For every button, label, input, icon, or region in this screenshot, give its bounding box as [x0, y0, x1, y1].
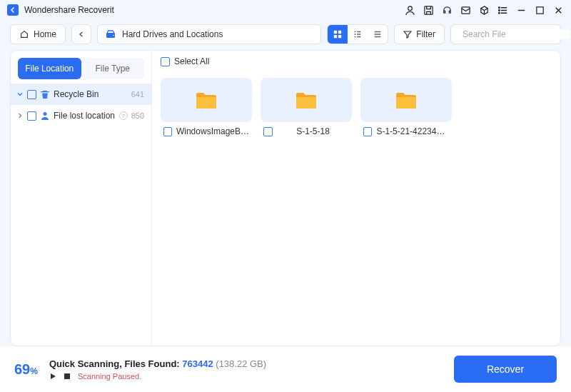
folder-checkbox[interactable]	[163, 127, 172, 136]
view-toggle	[327, 24, 388, 44]
svg-rect-6	[536, 6, 542, 13]
home-icon	[19, 29, 29, 39]
home-button[interactable]: Home	[10, 24, 66, 44]
folder-card[interactable]: S-1-5-21-4223439...	[360, 78, 452, 136]
folder-icon	[195, 90, 218, 110]
folder-icon	[295, 90, 318, 110]
folder-checkbox[interactable]	[263, 127, 273, 136]
trash-icon	[40, 89, 50, 99]
close-icon[interactable]	[552, 4, 564, 16]
tree-item-recycle-bin[interactable]: Recycle Bin 641	[11, 84, 151, 105]
location-bar[interactable]: Hard Drives and Locations	[97, 24, 321, 44]
folder-card[interactable]: S-1-5-18	[261, 78, 352, 136]
search-box[interactable]	[450, 24, 561, 44]
scan-paused-text: Scanning Paused.	[78, 372, 141, 381]
folder-name: WindowsImageBac...	[176, 126, 249, 136]
location-text: Hard Drives and Locations	[122, 29, 223, 39]
recover-button[interactable]: Recover	[454, 356, 557, 383]
chevron-right-icon[interactable]	[16, 112, 24, 119]
folder-tile	[161, 78, 252, 122]
tree-label: File lost location	[54, 111, 116, 121]
filter-button[interactable]: Filter	[394, 24, 445, 44]
select-all-checkbox[interactable]	[161, 57, 170, 66]
drive-icon	[105, 29, 116, 40]
tree-count: 641	[131, 90, 144, 99]
cube-icon[interactable]	[478, 4, 490, 16]
svg-rect-10	[338, 31, 341, 34]
view-detail-button[interactable]	[348, 25, 368, 44]
svg-rect-9	[334, 31, 337, 34]
svg-rect-12	[338, 35, 341, 38]
home-label: Home	[34, 29, 56, 39]
svg-point-0	[408, 6, 412, 10]
help-icon[interactable]: ?	[119, 111, 128, 120]
mail-icon[interactable]	[460, 4, 471, 16]
nav-back-button[interactable]	[71, 24, 91, 44]
view-grid-button[interactable]	[328, 25, 348, 44]
user-icon	[40, 111, 50, 121]
folder-icon	[395, 90, 418, 110]
stop-button[interactable]	[64, 373, 71, 380]
folder-name: S-1-5-18	[277, 126, 349, 136]
filter-label: Filter	[416, 29, 435, 39]
select-all-label: Select All	[174, 56, 209, 66]
headset-icon[interactable]	[441, 4, 453, 16]
progress-percent: 69%	[14, 361, 38, 378]
folder-tile	[261, 78, 352, 122]
tree-label: Recycle Bin	[54, 89, 128, 99]
resume-button[interactable]	[49, 373, 56, 380]
account-icon[interactable]	[404, 4, 415, 16]
chevron-down-icon[interactable]	[16, 91, 24, 98]
scan-status-line: Quick Scanning, Files Found: 763442 (138…	[49, 358, 443, 369]
search-input[interactable]	[463, 29, 570, 39]
svg-point-3	[498, 7, 500, 9]
svg-point-5	[498, 12, 500, 14]
svg-rect-2	[461, 6, 469, 13]
app-title: Wondershare Recoverit	[24, 5, 114, 15]
app-logo	[7, 4, 19, 16]
svg-point-4	[498, 9, 500, 11]
maximize-icon[interactable]	[534, 4, 545, 16]
tree-item-file-lost[interactable]: File lost location ? 850	[11, 105, 151, 126]
svg-point-8	[113, 35, 114, 36]
view-list-button[interactable]	[368, 25, 388, 44]
funnel-icon	[403, 30, 412, 39]
tree-checkbox[interactable]	[27, 90, 36, 99]
svg-point-14	[44, 112, 47, 116]
folder-checkbox[interactable]	[363, 127, 372, 136]
folder-tile	[360, 78, 452, 122]
tree-count: 850	[131, 111, 144, 120]
svg-rect-1	[424, 6, 432, 14]
folder-card[interactable]: WindowsImageBac...	[161, 78, 252, 136]
menu-list-icon[interactable]	[497, 4, 508, 16]
chevron-left-icon	[78, 31, 85, 38]
folder-name: S-1-5-21-4223439...	[376, 126, 449, 136]
svg-rect-15	[64, 373, 70, 379]
tree-checkbox[interactable]	[27, 111, 36, 121]
tab-file-type[interactable]: File Type	[81, 58, 145, 79]
tab-file-location[interactable]: File Location	[18, 58, 81, 79]
save-icon[interactable]	[423, 4, 434, 16]
svg-rect-11	[334, 35, 337, 38]
minimize-icon[interactable]	[515, 4, 527, 16]
